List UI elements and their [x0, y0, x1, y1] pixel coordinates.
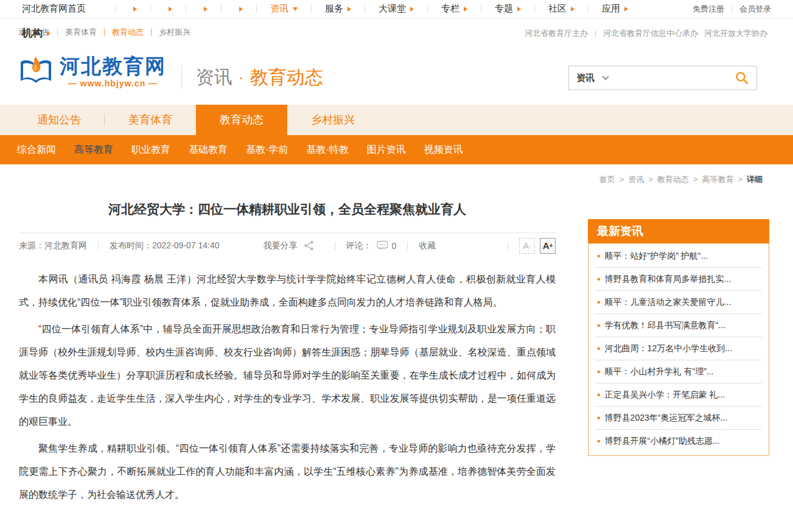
article: 河北经贸大学：四位一体精耕职业引领，全员全程聚焦就业育人 来源：河北教育网 发布…	[19, 201, 556, 506]
divider	[365, 5, 365, 13]
article-meta-bar: 来源：河北教育网 发布时间：2022-09-07 14:40 我要分享 评论	[19, 233, 556, 258]
sidebar-news-item[interactable]: •顺平：儿童活动之家关爱留守儿...	[596, 291, 761, 314]
tab-jiaoyudongtai[interactable]: 教育动态	[196, 105, 287, 135]
bullet-icon: •	[597, 320, 601, 331]
bullet-icon: •	[597, 390, 601, 401]
section-dot: ·	[239, 68, 244, 87]
login-link[interactable]: 会员登录	[739, 4, 771, 15]
site-logo-icon	[18, 55, 54, 89]
caret-right-icon	[204, 7, 208, 12]
topbar-menu-zixun[interactable]: 资讯	[270, 3, 298, 15]
favorite-button[interactable]: 收藏	[419, 240, 436, 251]
sidebar-news-item[interactable]: •学有优教！邱县书写满意教育“...	[596, 314, 761, 337]
subsection-name: 教育动态	[250, 65, 323, 90]
breadcrumb-zixun[interactable]: 资讯	[628, 175, 644, 184]
divider	[221, 5, 222, 13]
divider	[595, 30, 596, 37]
font-decrease-button[interactable]: A-	[519, 238, 535, 254]
subbar-link-xiangcunzhenxing[interactable]: 乡村振兴	[159, 27, 190, 38]
sidebar-news-item[interactable]: •博野县教育和体育局多举措扎实...	[596, 268, 761, 291]
topbar-menu-label: 资讯	[270, 3, 288, 15]
main-content: 首页>资讯>教育动态>高等教育>详细 河北经贸大学：四位一体精耕职业引领，全员全…	[0, 164, 793, 506]
search-category-select[interactable]: 资讯	[576, 72, 595, 84]
breadcrumb-jiaoyudongtai[interactable]: 教育动态	[657, 175, 689, 184]
sidebar-news-item[interactable]: •顺平：小山村升学礼 有“理”...	[596, 360, 761, 383]
caret-right-icon	[169, 7, 172, 12]
news-item-text: 学有优教！邱县书写满意教育“...	[605, 320, 725, 331]
divider	[186, 5, 186, 13]
topbar-home-link[interactable]: 河北教育网首页	[22, 3, 86, 15]
share-button[interactable]: 我要分享	[264, 240, 314, 251]
share-label: 我要分享	[264, 240, 298, 251]
subnav-zhiyejiaoyu[interactable]: 职业教育	[131, 144, 170, 156]
topbar-menu-zhuanti[interactable]: 专题	[495, 3, 521, 15]
breadcrumb-separator: >	[620, 175, 624, 184]
topbar-menu-daketang[interactable]: 大课堂	[379, 3, 414, 15]
subnav-tupianzixun[interactable]: 图片资讯	[367, 144, 406, 156]
register-link[interactable]: 免费注册	[693, 4, 724, 15]
subbar-link-jiaoyudongtai[interactable]: 教育动态	[112, 27, 144, 38]
topbar-menu-empty-3[interactable]	[200, 7, 208, 12]
site-header: 河北教育网 — www.hbjyw.cn — 资讯 · 教育动态 资讯	[0, 46, 793, 105]
news-item-text: 顺平：小山村升学礼 有“理”...	[605, 366, 714, 377]
topbar-menu-fuwu[interactable]: 服务	[325, 3, 351, 15]
bullet-icon: •	[597, 343, 601, 354]
sidebar-news-item[interactable]: •正定县吴兴小学：开笔启蒙 礼...	[596, 383, 761, 407]
topbar-menu-yingyong[interactable]: 应用	[602, 3, 628, 15]
article-paragraph: 聚焦学生养成，精耕职业引领。“四位一体引领育人体系”还需要持续落实和完善，专业导…	[19, 437, 556, 506]
subnav-jijiao-xueqian[interactable]: 基教·学前	[246, 144, 288, 156]
caret-down-icon	[293, 7, 298, 11]
comments-control[interactable]: 评论： 0	[346, 240, 397, 251]
subnav-shipinzixun[interactable]: 视频资讯	[424, 144, 463, 156]
bullet-icon: •	[597, 274, 601, 285]
divider	[311, 5, 312, 13]
news-item-text: 河北曲周：12万名中小学生收到...	[605, 343, 732, 354]
divider	[151, 29, 152, 36]
news-item-text: 博野县开展“小橘灯”助残志愿...	[605, 436, 720, 447]
news-item-text: 顺平：儿童活动之家关爱留守儿...	[605, 297, 732, 308]
topbar-menu-label: 大课堂	[379, 3, 406, 15]
subnav-zongheixinwen[interactable]: 综合新闻	[17, 144, 56, 156]
divider	[335, 242, 335, 250]
search-button[interactable]	[735, 71, 749, 85]
breadcrumb-gaodengjiaoyu[interactable]: 高等教育	[702, 175, 733, 184]
news-item-text: 博野县教育和体育局多举措扎实...	[605, 274, 732, 285]
host-text: 河北开放大学协办	[704, 28, 767, 39]
divider	[427, 5, 428, 13]
article-source: 来源：河北教育网	[19, 240, 87, 251]
subnav-gaodengjiaoyu[interactable]: 高等教育	[74, 144, 113, 156]
tab-meiyutiyu[interactable]: 美育体育	[105, 105, 196, 135]
topbar-menu-empty-1[interactable]	[129, 7, 137, 12]
subbar-overlay-menu-jigou[interactable]: 机构	[22, 26, 51, 40]
topbar-menu-label: 服务	[325, 3, 343, 15]
topbar-menu-label: 社区	[548, 3, 567, 15]
topbar-menu-empty-2[interactable]	[164, 7, 172, 12]
caret-right-icon	[624, 7, 628, 12]
article-paragraph: “四位一体引领育人体系”中，辅导员全面开展思想政治教育和日常行为管理；专业导师指…	[19, 318, 556, 433]
caret-right-icon	[348, 7, 351, 12]
subnav-jijiao-tejiao[interactable]: 基教·特教	[306, 144, 348, 156]
site-logo[interactable]: 河北教育网 — www.hbjyw.cn —	[18, 55, 166, 89]
sidebar-news-item[interactable]: •博野县开展“小橘灯”助残志愿...	[596, 430, 761, 453]
tab-xiangcunzhenxing[interactable]: 乡村振兴	[287, 105, 379, 135]
publish-time: 发布时间：2022-09-07 14:40	[110, 240, 220, 251]
font-increase-button[interactable]: A+	[540, 238, 556, 254]
tab-tongzhigonggao[interactable]: 通知公告	[13, 105, 105, 135]
sidebar-news-item[interactable]: •博野县2023年“奥运冠军之城杯...	[596, 407, 761, 430]
topbar-menu-empty-4[interactable]	[235, 7, 243, 12]
font-plus-label: A	[543, 240, 550, 251]
news-item-text: 博野县2023年“奥运冠军之城杯...	[605, 413, 727, 424]
subbar-link-meiyutiyu[interactable]: 美育体育	[65, 27, 97, 38]
topbar-menu-zhuanlan[interactable]: 专栏	[441, 3, 467, 15]
topbar-menu-shequ[interactable]: 社区	[548, 3, 575, 15]
font-minus-label: A	[523, 240, 529, 251]
sidebar-news-item[interactable]: •顺平：站好“护学岗” 护航“...	[596, 245, 761, 268]
breadcrumb-current: 详细	[747, 175, 763, 184]
subnav-jichujiaoyu[interactable]: 基础教育	[189, 144, 228, 156]
chevron-down-icon[interactable]	[602, 73, 609, 80]
topbar-menu-label: 专题	[495, 3, 513, 15]
comment-bubble-icon	[377, 240, 388, 251]
logo-url: — www.hbjyw.cn —	[60, 79, 166, 88]
sidebar-news-item[interactable]: •河北曲周：12万名中小学生收到...	[596, 337, 761, 360]
breadcrumb-home[interactable]: 首页	[599, 175, 615, 184]
